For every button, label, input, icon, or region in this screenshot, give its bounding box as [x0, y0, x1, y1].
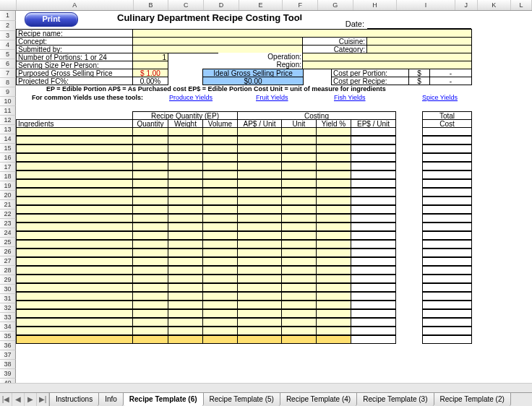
- row-header-2[interactable]: 2: [0, 21, 16, 31]
- ingredient-cell[interactable]: [351, 188, 396, 196]
- ingredient-cell[interactable]: [281, 136, 317, 144]
- ingredient-cell[interactable]: [132, 136, 168, 144]
- sheet-tab[interactable]: Recipe Template (3): [357, 393, 434, 406]
- ingredient-cell[interactable]: [237, 275, 282, 283]
- ingredient-cell[interactable]: [351, 318, 396, 327]
- ingredient-cell[interactable]: [237, 231, 282, 240]
- ingredient-cell[interactable]: [132, 275, 168, 283]
- ingredient-cell[interactable]: [16, 335, 133, 344]
- ingredient-cell[interactable]: [168, 249, 203, 257]
- ingredient-cell[interactable]: [132, 249, 168, 257]
- row-header-34[interactable]: 34: [0, 322, 16, 332]
- ingredient-cell[interactable]: [351, 231, 396, 240]
- col-header-b[interactable]: B: [134, 0, 169, 10]
- ingredient-cell[interactable]: [168, 283, 203, 292]
- ingredient-cell[interactable]: [202, 292, 238, 301]
- ingredient-cell[interactable]: [237, 327, 282, 335]
- ingredient-cell[interactable]: [316, 249, 351, 257]
- row-header-6[interactable]: 6: [0, 59, 16, 69]
- ingredient-cell[interactable]: [351, 127, 396, 136]
- ingredient-cell[interactable]: [132, 335, 168, 344]
- ingredient-cell[interactable]: [237, 170, 282, 179]
- row-header-38[interactable]: 38: [0, 360, 16, 369]
- ingredient-cell[interactable]: [351, 170, 396, 179]
- ingredient-cell[interactable]: [16, 275, 133, 283]
- row-header-39[interactable]: 39: [0, 369, 16, 379]
- ingredient-cell[interactable]: [281, 283, 317, 292]
- ingredient-cell[interactable]: [168, 162, 203, 170]
- row-header-16[interactable]: 16: [0, 153, 16, 163]
- ingredient-cell[interactable]: [351, 283, 396, 292]
- col-header-l[interactable]: L: [511, 0, 532, 10]
- row-header-35[interactable]: 35: [0, 332, 16, 341]
- ingredient-cell[interactable]: [316, 144, 351, 153]
- ingredient-cell[interactable]: [281, 266, 317, 275]
- col-header-i[interactable]: I: [397, 0, 455, 10]
- ingredient-cell[interactable]: [316, 266, 351, 275]
- col-header-d[interactable]: D: [204, 0, 239, 10]
- row-header-33[interactable]: 33: [0, 313, 16, 322]
- ingredient-cell[interactable]: [16, 231, 133, 240]
- sheet-tab[interactable]: Recipe Template (2): [434, 393, 511, 406]
- ingredient-cell[interactable]: [132, 283, 168, 292]
- spreadsheet-area[interactable]: Print Culinary Department Recipe Costing…: [16, 11, 532, 388]
- row-header-10[interactable]: 10: [0, 97, 16, 106]
- ingredient-cell[interactable]: [351, 196, 396, 205]
- ingredient-cell[interactable]: [316, 275, 351, 283]
- ingredient-cell[interactable]: [281, 275, 317, 283]
- ingredient-cell[interactable]: [202, 275, 238, 283]
- ingredient-cell[interactable]: [422, 223, 472, 231]
- tab-nav-last[interactable]: ▶|: [37, 393, 49, 406]
- ingredient-cell[interactable]: [237, 309, 282, 318]
- ingredient-cell[interactable]: [422, 144, 472, 153]
- ingredient-cell[interactable]: [16, 153, 133, 162]
- ingredient-cell[interactable]: [16, 301, 133, 309]
- ingredient-cell[interactable]: [202, 231, 238, 240]
- row-header-19[interactable]: 19: [0, 181, 16, 191]
- ingredient-cell[interactable]: [422, 335, 472, 344]
- ingredient-cell[interactable]: [316, 327, 351, 335]
- ingredient-cell[interactable]: [16, 327, 133, 335]
- tab-nav-next[interactable]: ▶: [25, 393, 37, 406]
- ingredient-cell[interactable]: [316, 205, 351, 214]
- ingredient-cell[interactable]: [132, 205, 168, 214]
- ingredient-cell[interactable]: [168, 205, 203, 214]
- ingredient-cell[interactable]: [132, 162, 168, 170]
- ingredient-cell[interactable]: [16, 179, 133, 188]
- ingredient-cell[interactable]: [202, 257, 238, 266]
- ingredient-cell[interactable]: [132, 309, 168, 318]
- ingredient-cell[interactable]: [316, 283, 351, 292]
- ingredient-cell[interactable]: [351, 136, 396, 144]
- ingredient-cell[interactable]: [168, 275, 203, 283]
- ingredient-cell[interactable]: [168, 196, 203, 205]
- ingredient-cell[interactable]: [168, 127, 203, 136]
- ingredient-cell[interactable]: [422, 266, 472, 275]
- ingredient-cell[interactable]: [168, 240, 203, 249]
- ingredient-cell[interactable]: [422, 214, 472, 223]
- ingredient-cell[interactable]: [351, 162, 396, 170]
- sheet-tab[interactable]: Info: [99, 393, 124, 406]
- ingredient-cell[interactable]: [281, 231, 317, 240]
- ingredient-cell[interactable]: [316, 162, 351, 170]
- ingredient-cell[interactable]: [202, 205, 238, 214]
- ingredient-cell[interactable]: [351, 309, 396, 318]
- ingredient-cell[interactable]: [16, 318, 133, 327]
- ingredient-cell[interactable]: [281, 309, 317, 318]
- ingredient-cell[interactable]: [281, 205, 317, 214]
- ingredient-cell[interactable]: [168, 223, 203, 231]
- link-produce-yields[interactable]: Produce Yields: [168, 94, 226, 103]
- row-header-26[interactable]: 26: [0, 247, 16, 256]
- ingredient-cell[interactable]: [281, 240, 317, 249]
- ingredient-cell[interactable]: [351, 335, 396, 344]
- ingredient-cell[interactable]: [316, 170, 351, 179]
- sheet-tab[interactable]: Instructions: [50, 393, 99, 406]
- ingredient-cell[interactable]: [316, 214, 351, 223]
- ingredient-cell[interactable]: [132, 318, 168, 327]
- ingredient-cell[interactable]: [132, 144, 168, 153]
- ingredient-cell[interactable]: [202, 196, 238, 205]
- ingredient-cell[interactable]: [316, 127, 351, 136]
- row-header-8[interactable]: 8: [0, 78, 16, 87]
- ingredient-cell[interactable]: [281, 144, 317, 153]
- ingredient-cell[interactable]: [281, 153, 317, 162]
- col-header-k[interactable]: K: [478, 0, 512, 10]
